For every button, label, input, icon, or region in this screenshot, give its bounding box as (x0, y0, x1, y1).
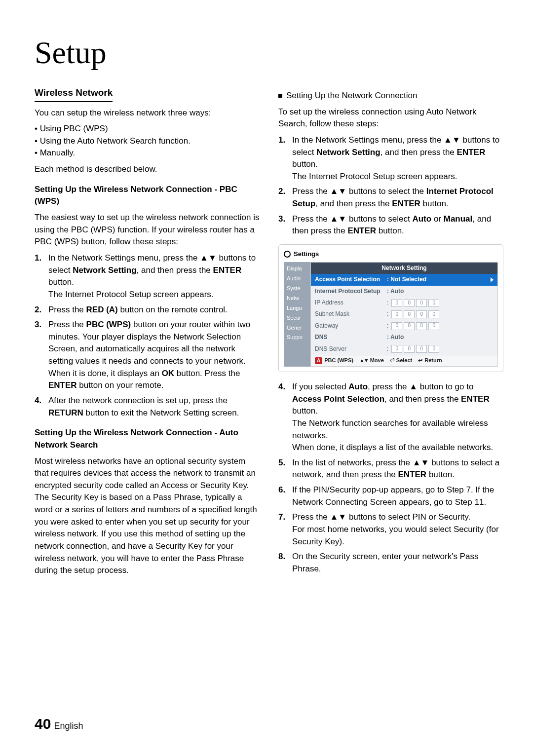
t: Internet Protocol Setup (315, 287, 384, 296)
t: , and then press the (384, 394, 461, 404)
bullet-manual: Manually. (35, 147, 260, 159)
conn-intro: To set up the wireless connection using … (278, 106, 503, 130)
t: Press the (48, 305, 86, 314)
red-a-icon: A (315, 357, 322, 365)
t: 0 (391, 299, 402, 307)
t: 0 (391, 310, 402, 318)
t: : Not Selected (387, 275, 426, 284)
wireless-after: Each method is described below. (35, 163, 260, 176)
t: 0 (391, 322, 402, 330)
row-gateway: Gateway: 0000 (311, 320, 497, 332)
gear-icon (284, 251, 291, 258)
t: button. (48, 277, 74, 287)
sidebar-item: Gener (284, 323, 310, 333)
t: , and then press the (137, 265, 213, 275)
t: If you selected (292, 382, 348, 391)
t: Auto (348, 382, 368, 391)
step-num: 1. (35, 252, 48, 301)
step-num: 8. (278, 551, 292, 575)
t: Move (370, 357, 384, 365)
t: ENTER (461, 394, 490, 404)
t: When done, it displays a list of the ava… (292, 443, 493, 452)
t: The Internet Protocol Setup screen appea… (292, 172, 457, 181)
step-num: 4. (35, 395, 48, 419)
right-column: Setting Up the Network Connection To set… (278, 86, 503, 581)
t: 0 (416, 322, 427, 330)
t: , and then press the (315, 199, 392, 208)
row-dns: DNS : Auto (311, 332, 497, 343)
step-body: Press the ▲▼ buttons to select PIN or Se… (292, 511, 503, 548)
sidebar-item: Syste (284, 284, 310, 294)
t: 0 (416, 310, 427, 318)
page-num-value: 40 (35, 716, 51, 732)
t: IP Address (315, 299, 384, 307)
ip-boxes: 0000 (391, 310, 439, 318)
t: Access Point Selection (315, 275, 384, 284)
t: Auto (412, 214, 431, 224)
t: button. (292, 406, 318, 416)
settings-sidebar: Displa Audio Syste Netw Langu Secur Gene… (284, 262, 310, 367)
step-body: If the PIN/Security pop-up appears, go t… (292, 484, 503, 508)
t: The Internet Protocol Setup screen appea… (48, 290, 214, 299)
step-body: In the Network Settings menu, press the … (292, 134, 503, 183)
step-body: If you selected Auto, press the ▲ button… (292, 381, 503, 454)
arrow-right-icon (491, 277, 494, 282)
step-num: 5. (278, 457, 292, 481)
t: RETURN (48, 408, 83, 417)
t: 0 (416, 299, 427, 307)
t: The Network function searches for availa… (292, 418, 488, 440)
t: PBC (WPS) (86, 320, 131, 329)
t: : Auto (387, 333, 404, 341)
t: 0 (428, 299, 439, 307)
sidebar-item: Secur (284, 313, 310, 323)
t: button. Press the (174, 369, 240, 378)
t: button. (292, 159, 318, 169)
ip-boxes: 0000 (391, 322, 439, 330)
step-body: In the Network Settings menu, press the … (48, 252, 260, 301)
t: For most home networks, you would select… (292, 525, 499, 546)
t: Network Setting (73, 265, 136, 275)
t: or (431, 214, 444, 224)
step-body: Press the RED (A) button on the remote c… (48, 304, 260, 316)
t: After the network connection is set up, … (48, 396, 228, 405)
settings-title: Settings (294, 250, 319, 259)
t: ENTER (457, 148, 486, 157)
row-dnsserver: DNS Server: 0000 (311, 343, 497, 355)
auto-body: Most wireless networks have an optional … (35, 455, 260, 577)
step-body: In the list of networks, press the ▲▼ bu… (292, 457, 503, 481)
step-num: 1. (278, 134, 292, 183)
t: ENTER (398, 470, 427, 479)
t: 0 (404, 310, 415, 318)
pbc-intro: The easiest way to set up the wireless n… (35, 212, 260, 248)
t: 0 (416, 345, 427, 353)
t: OK (162, 369, 175, 378)
step-num: 3. (35, 319, 48, 392)
t: ENTER (48, 380, 77, 390)
row-ip: IP Address: 0000 (311, 297, 497, 308)
t: button. (420, 199, 449, 208)
enter-icon: ⏎ (390, 357, 394, 365)
conn-steps-b: 4. If you selected Auto, press the ▲ but… (278, 381, 503, 575)
t: button. (376, 226, 404, 235)
bullet-auto: Using the Auto Network Search function. (35, 135, 260, 148)
row-ips: Internet Protocol Setup : Auto (311, 286, 497, 297)
t: 0 (391, 345, 402, 353)
ip-boxes: 0000 (391, 345, 439, 353)
step-num: 3. (278, 213, 292, 237)
t: Setting Up the Network Connection (286, 91, 418, 100)
settings-footer: APBC (WPS) ▲▼Move ⏎Select ↩Return (311, 355, 497, 366)
t: Manual (444, 214, 473, 224)
t: Gateway (315, 322, 384, 330)
sidebar-item: Displa (284, 264, 310, 274)
ip-boxes: 0000 (391, 299, 439, 307)
t: 0 (428, 322, 439, 330)
row-subnet: Subnet Mask: 0000 (311, 308, 497, 320)
t: , and then press the (381, 148, 457, 157)
t: button on your remote. (77, 380, 164, 390)
t: ENTER (392, 199, 420, 208)
t: 0 (404, 345, 415, 353)
t: In the list of networks, press the ▲▼ bu… (292, 458, 499, 480)
t: ENTER (213, 265, 242, 275)
settings-screenshot: Settings Displa Audio Syste Netw Langu S… (278, 244, 503, 372)
t: 0 (404, 299, 415, 307)
